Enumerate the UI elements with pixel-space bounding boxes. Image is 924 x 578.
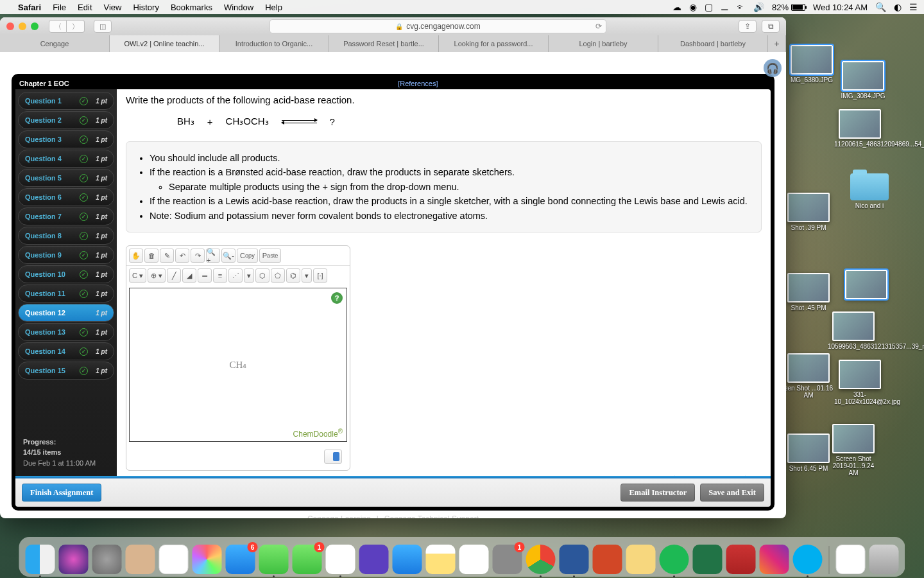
dock-appstore-icon[interactable]: 6 xyxy=(226,545,255,574)
wifi-icon[interactable]: ⚊ xyxy=(721,2,729,12)
finish-assignment-button[interactable]: Finish Assignment xyxy=(22,484,101,502)
dock-messages-icon[interactable] xyxy=(259,545,289,574)
charge-picker-button[interactable]: ⊕ ▾ xyxy=(148,268,166,283)
bond-triple-icon[interactable]: ≡ xyxy=(213,268,227,283)
ring-cyclopentane-icon[interactable]: ⬠ xyxy=(271,268,285,283)
menu-history[interactable]: History xyxy=(133,3,158,12)
sketcher-canvas[interactable]: ? CH₄ ChemDoodle® xyxy=(129,288,347,442)
question-item[interactable]: Question 2✓1 pt xyxy=(18,111,114,129)
volume-icon[interactable]: 🔊 xyxy=(753,2,764,12)
dock-mail-icon[interactable] xyxy=(393,545,422,574)
question-item[interactable]: Question 9✓1 pt xyxy=(18,246,114,264)
dock-trash-icon[interactable] xyxy=(869,545,899,574)
dock-dictionary-icon[interactable] xyxy=(726,545,756,574)
dock-photos-icon[interactable] xyxy=(193,545,222,574)
menu-window[interactable]: Window xyxy=(224,3,253,12)
new-tab-button[interactable]: + xyxy=(768,35,786,52)
dock-safari-icon[interactable] xyxy=(326,545,355,574)
tool-erase-icon[interactable]: ✎ xyxy=(160,249,174,263)
email-instructor-button[interactable]: Email Instructor xyxy=(620,484,695,502)
question-item[interactable]: Question 8✓1 pt xyxy=(18,227,114,245)
window-zoom-button[interactable] xyxy=(31,22,38,30)
camera-icon[interactable]: ◉ xyxy=(689,2,697,12)
desktop-file[interactable]: Shot .39 PM xyxy=(783,193,834,231)
tool-hand-icon[interactable]: ✋ xyxy=(129,249,143,263)
menu-edit[interactable]: Edit xyxy=(78,3,92,12)
dock-finder-icon[interactable] xyxy=(26,545,55,574)
save-and-exit-button[interactable]: Save and Exit xyxy=(700,484,764,502)
dock-spotify-icon[interactable] xyxy=(660,545,689,574)
dock-contacts-icon[interactable] xyxy=(126,545,155,574)
add-sketcher-dropdown[interactable] xyxy=(324,450,342,464)
desktop-file[interactable]: 331-10_1024x1024@2x.jpg xyxy=(834,360,886,405)
nav-forward-button[interactable]: 〉 xyxy=(67,20,85,33)
dock-settings-icon[interactable]: 1 xyxy=(493,545,522,574)
question-item[interactable]: Question 4✓1 pt xyxy=(18,150,114,168)
desktop-file[interactable]: Shot .45 PM xyxy=(783,273,834,311)
dock-instagram-icon[interactable] xyxy=(760,545,789,574)
sketcher-help-icon[interactable]: ? xyxy=(331,292,343,304)
nav-back-button[interactable]: 〈 xyxy=(49,20,67,33)
dock-facetime-icon[interactable]: 1 xyxy=(293,545,322,574)
bond-wedge-icon[interactable]: ◢ xyxy=(182,268,196,283)
desktop-file[interactable]: Shot 6.45 PM xyxy=(783,434,834,472)
browser-tab[interactable]: Introduction to Organic... xyxy=(219,35,329,52)
footer-link-1[interactable]: Cengage Learning xyxy=(307,514,371,518)
tool-redo-icon[interactable]: ↷ xyxy=(191,249,205,263)
question-item[interactable]: Question 11✓1 pt xyxy=(18,285,114,302)
dock-notes-icon[interactable] xyxy=(426,545,456,574)
dock-itunes-icon[interactable] xyxy=(459,545,489,574)
window-minimize-button[interactable] xyxy=(19,22,26,30)
airplay-icon[interactable]: ▢ xyxy=(705,2,713,12)
dock-siri-icon[interactable] xyxy=(59,545,89,574)
question-item[interactable]: Question 7✓1 pt xyxy=(18,207,114,225)
dock-reminders-icon[interactable] xyxy=(159,545,189,574)
desktop-file[interactable] xyxy=(841,270,892,301)
browser-tab[interactable]: Dashboard | bartleby xyxy=(658,35,768,52)
share-button[interactable]: ⇪ xyxy=(739,20,757,33)
question-item[interactable]: Question 13✓1 pt xyxy=(18,323,114,341)
menu-help[interactable]: Help xyxy=(265,3,282,12)
tool-copy-button[interactable]: Copy xyxy=(237,249,258,263)
dock-stickies-icon[interactable] xyxy=(626,545,656,574)
bond-single-icon[interactable]: ╱ xyxy=(167,268,181,283)
skype-status-icon[interactable]: ☁︎ xyxy=(672,2,681,12)
tool-bracket-icon[interactable]: [·] xyxy=(313,268,327,283)
tabs-button[interactable]: ⧉ xyxy=(762,20,780,33)
menu-file[interactable]: File xyxy=(53,3,66,12)
references-link[interactable]: [References] xyxy=(398,80,438,87)
address-bar[interactable]: 🔒 cvg.cengagenow.com ⟳ xyxy=(270,19,606,33)
headset-hud-icon[interactable]: 🎧 xyxy=(764,59,782,77)
bond-double-icon[interactable]: ═ xyxy=(198,268,212,283)
browser-tab[interactable]: Login | bartleby xyxy=(549,35,658,52)
ring-cyclohexane-icon[interactable]: ⬡ xyxy=(255,268,270,283)
app-name[interactable]: Safari xyxy=(18,3,41,12)
question-item[interactable]: Question 15✓1 pt xyxy=(18,362,114,380)
desktop-file[interactable]: 10599563_4863121315357...39_n.jpg xyxy=(828,311,879,350)
sidebar-toggle-button[interactable]: ◫ xyxy=(94,20,112,33)
question-item[interactable]: Question 121 pt xyxy=(18,304,114,322)
desktop-file[interactable]: Screen Shot 2019-01...9.24 AM xyxy=(828,424,879,477)
reload-icon[interactable]: ⟳ xyxy=(595,22,602,31)
menu-view[interactable]: View xyxy=(104,3,122,12)
dock-excel-icon[interactable] xyxy=(693,545,723,574)
footer-link-2[interactable]: Cengage Technical Support xyxy=(384,514,479,518)
desktop-file[interactable]: IMG_3084.JPG xyxy=(837,61,889,100)
tool-delete-icon[interactable]: 🗑 xyxy=(144,249,158,263)
browser-tab[interactable]: Looking for a password... xyxy=(439,35,549,52)
question-item[interactable]: Question 3✓1 pt xyxy=(18,130,114,148)
dock-word-icon[interactable] xyxy=(560,545,589,574)
browser-tab[interactable]: OWLv2 | Online teachin... xyxy=(110,35,219,52)
siri-icon[interactable]: ◐ xyxy=(894,2,902,12)
question-item[interactable]: Question 1✓1 pt xyxy=(18,92,114,110)
window-close-button[interactable] xyxy=(6,22,14,30)
wifi-icon[interactable]: ᯤ xyxy=(737,2,746,12)
tool-undo-icon[interactable]: ↶ xyxy=(175,249,189,263)
question-item[interactable]: Question 5✓1 pt xyxy=(18,169,114,187)
element-picker-button[interactable]: C ▾ xyxy=(129,268,146,283)
spotlight-icon[interactable]: 🔍 xyxy=(875,2,886,12)
dock-imovie-icon[interactable] xyxy=(359,545,389,574)
desktop-file[interactable]: MG_6380.JPG xyxy=(786,45,837,83)
tool-paste-button[interactable]: Paste xyxy=(259,249,282,263)
desktop-file[interactable]: een Shot ...01.16 AM xyxy=(783,353,834,399)
